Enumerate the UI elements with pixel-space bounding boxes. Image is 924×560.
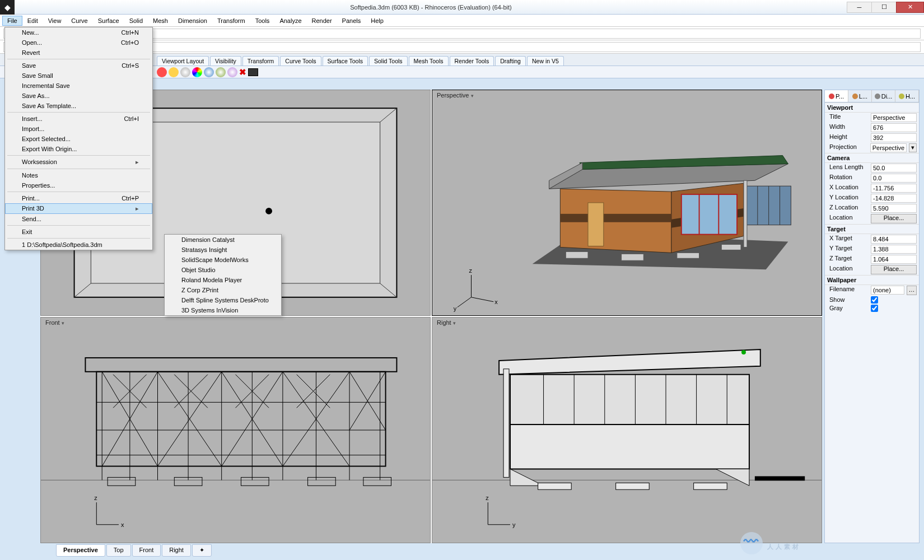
- menuitem-save-as-template-[interactable]: Save As Template...: [5, 101, 152, 111]
- tooltab-new-in-v5[interactable]: New in V5: [527, 56, 564, 66]
- menuitem-incremental-save[interactable]: Incremental Save: [5, 81, 152, 91]
- tooltab-viewport-layout[interactable]: Viewport Layout: [157, 56, 209, 66]
- menuitem-export-selected-[interactable]: Export Selected...: [5, 134, 152, 144]
- menuitem-exit[interactable]: Exit: [5, 227, 152, 237]
- paneltab-1[interactable]: L...: [848, 90, 872, 102]
- menuitem-insert-[interactable]: Insert...Ctrl+I: [5, 114, 152, 124]
- monitor-icon[interactable]: [248, 68, 258, 76]
- menu-tools[interactable]: Tools: [250, 16, 275, 26]
- tooltab-mesh-tools[interactable]: Mesh Tools: [409, 56, 449, 66]
- value-projection[interactable]: Perspective: [870, 143, 907, 152]
- value-z-location[interactable]: 5.590: [871, 204, 917, 213]
- submenuitem-stratasys-insight[interactable]: Stratasys Insight: [165, 245, 281, 255]
- menu-mesh[interactable]: Mesh: [148, 16, 173, 26]
- menu-panels[interactable]: Panels: [337, 16, 366, 26]
- submenuitem-roland-modela-player[interactable]: Roland Modela Player: [165, 275, 281, 285]
- svg-rect-25: [622, 254, 644, 260]
- menuitem-import-[interactable]: Import...: [5, 124, 152, 134]
- menu-help[interactable]: Help: [366, 16, 389, 26]
- viewport-label-front[interactable]: Front ▾: [43, 319, 67, 326]
- button-location[interactable]: Place...: [871, 265, 917, 274]
- maximize-button[interactable]: ☐: [871, 2, 897, 13]
- tooltab-curve-tools[interactable]: Curve Tools: [280, 56, 321, 66]
- close-button[interactable]: ✕: [896, 2, 924, 13]
- dropdown-icon[interactable]: ▾: [909, 143, 917, 152]
- viewport-label-perspective[interactable]: Perspective ▾: [435, 91, 476, 99]
- menuitem-save[interactable]: SaveCtrl+S: [5, 60, 152, 71]
- prop-gray: Gray: [825, 304, 919, 312]
- menu-solid[interactable]: Solid: [124, 16, 148, 26]
- menuitem-notes[interactable]: Notes: [5, 170, 152, 180]
- menu-edit[interactable]: Edit: [22, 16, 43, 26]
- menuitem-save-small[interactable]: Save Small: [5, 71, 152, 81]
- menu-file[interactable]: File: [2, 16, 22, 26]
- minimize-button[interactable]: ─: [847, 2, 872, 13]
- viewport-label-right[interactable]: Right ▾: [435, 319, 458, 326]
- menuitem-open-[interactable]: Open...Ctrl+O: [5, 38, 152, 48]
- viewtab-front[interactable]: Front: [132, 544, 161, 557]
- submenuitem-3d-systems-invision[interactable]: 3D Systems InVision: [165, 305, 281, 315]
- menuitem-new-[interactable]: New...Ctrl+N: [5, 27, 152, 38]
- tooltab-transform[interactable]: Transform: [242, 56, 279, 66]
- menuitem-properties-[interactable]: Properties...: [5, 180, 152, 190]
- checkbox-gray[interactable]: [871, 305, 878, 312]
- menu-render[interactable]: Render: [307, 16, 337, 26]
- menuitem-print-3d[interactable]: Print 3D▸: [5, 203, 152, 214]
- submenuitem-solidscape-modelworks[interactable]: SolidScape ModelWorks: [165, 255, 281, 265]
- value-x-location[interactable]: -11.756: [871, 184, 917, 193]
- tooltab-surface-tools[interactable]: Surface Tools: [323, 56, 368, 66]
- value-height[interactable]: 392: [871, 133, 917, 142]
- menuitem-worksession[interactable]: Worksession▸: [5, 157, 152, 167]
- submenuitem-objet-studio[interactable]: Objet Studio: [165, 265, 281, 275]
- checkbox-show[interactable]: [871, 296, 878, 304]
- menu-transform[interactable]: Transform: [212, 16, 250, 26]
- sphere-rainbow-icon[interactable]: [192, 67, 202, 77]
- menu-view[interactable]: View: [43, 16, 67, 26]
- value-z-target[interactable]: 1.064: [871, 255, 917, 264]
- menuitem-export-with-origin-[interactable]: Export With Origin...: [5, 144, 152, 154]
- submenuitem-delft-spline-systems-deskproto[interactable]: Delft Spline Systems DeskProto: [165, 295, 281, 305]
- sphere-gray-icon[interactable]: [180, 67, 190, 77]
- viewport-perspective[interactable]: Perspective ▾: [432, 90, 822, 316]
- submenuitem-dimension-catalyst[interactable]: Dimension Catalyst: [165, 235, 281, 245]
- viewport-front[interactable]: Front ▾: [40, 317, 431, 543]
- sphere-purple-icon[interactable]: [227, 67, 237, 77]
- paneltab-2[interactable]: Di...: [872, 90, 895, 102]
- value-title[interactable]: Perspective: [871, 113, 917, 122]
- tooltab-render-tools[interactable]: Render Tools: [450, 56, 494, 66]
- value-x-target[interactable]: 8.484: [871, 235, 917, 244]
- paneltab-3[interactable]: H...: [895, 90, 919, 102]
- submenuitem-z-corp-zprint[interactable]: Z Corp ZPrint: [165, 285, 281, 295]
- browse-button[interactable]: …: [907, 286, 917, 295]
- value-filename[interactable]: (none): [871, 286, 904, 295]
- sphere-green-icon[interactable]: [216, 67, 226, 77]
- tooltab-visibility[interactable]: Visibility: [210, 56, 241, 66]
- button-location[interactable]: Place...: [871, 214, 917, 223]
- menuitem-1-d-softpedia-softpedia-3dm[interactable]: 1 D:\Softpedia\Softpedia.3dm: [5, 240, 152, 250]
- value-lens-length[interactable]: 50.0: [871, 164, 917, 172]
- menuitem-print-[interactable]: Print...Ctrl+P: [5, 193, 152, 203]
- menuitem-revert[interactable]: Revert: [5, 48, 152, 58]
- menu-dimension[interactable]: Dimension: [173, 16, 212, 26]
- value-rotation[interactable]: 0.0: [871, 174, 917, 183]
- value-y-target[interactable]: 1.388: [871, 245, 917, 254]
- menu-curve[interactable]: Curve: [66, 16, 92, 26]
- value-y-location[interactable]: -14.828: [871, 194, 917, 203]
- tooltab-solid-tools[interactable]: Solid Tools: [369, 56, 408, 66]
- menu-analyze[interactable]: Analyze: [274, 16, 306, 26]
- menuitem-save-as-[interactable]: Save As...: [5, 91, 152, 101]
- sphere-red-icon[interactable]: [157, 67, 167, 77]
- cancel-icon[interactable]: ✖: [239, 67, 246, 77]
- menu-surface[interactable]: Surface: [93, 16, 124, 26]
- viewport-right[interactable]: Right ▾ z y: [432, 317, 822, 543]
- paneltab-0[interactable]: P...: [825, 90, 848, 102]
- value-width[interactable]: 676: [871, 123, 917, 132]
- viewtab-right[interactable]: Right: [162, 544, 191, 557]
- sphere-blue-icon[interactable]: [204, 67, 214, 77]
- viewtab-add[interactable]: ✦: [192, 544, 212, 557]
- menuitem-send-[interactable]: Send...: [5, 214, 152, 224]
- sphere-yellow-icon[interactable]: [169, 67, 179, 77]
- tooltab-drafting[interactable]: Drafting: [495, 56, 526, 66]
- viewtab-top[interactable]: Top: [106, 544, 131, 557]
- viewtab-perspective[interactable]: Perspective: [56, 544, 105, 557]
